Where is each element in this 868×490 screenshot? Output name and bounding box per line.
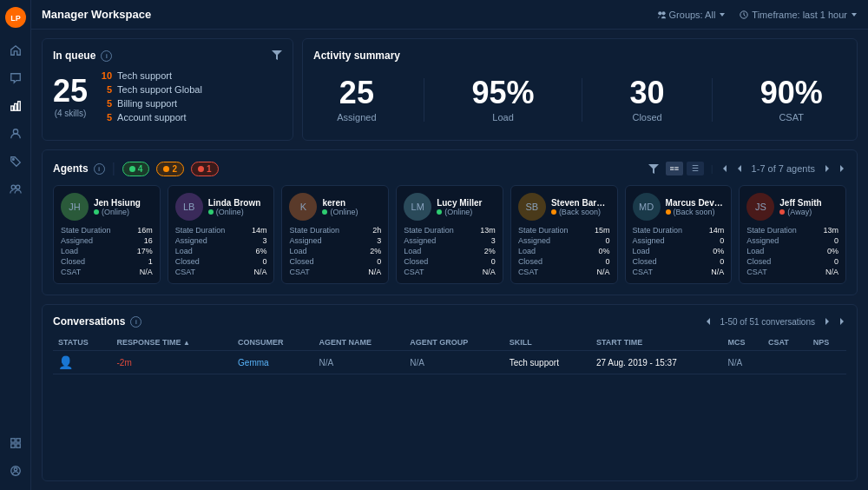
- col-response-time[interactable]: RESPONSE TIME ▲: [112, 334, 233, 351]
- online-dot: [129, 166, 135, 172]
- agent-card: LM Lucy Miller (Online) State Duration13…: [396, 185, 503, 284]
- conv-next-icon[interactable]: [822, 317, 831, 326]
- page-title: Manager Workspace: [42, 8, 151, 21]
- stat-row: State Duration13m: [404, 226, 496, 235]
- avatar: JH: [61, 193, 89, 221]
- chart-icon[interactable]: [3, 94, 28, 118]
- conversations-panel: Conversations i 1-50 of 51 conversations…: [42, 304, 858, 481]
- conv-last-icon[interactable]: [838, 317, 846, 326]
- home-icon[interactable]: [3, 38, 28, 63]
- status-dot: [322, 209, 327, 215]
- in-queue-info-icon[interactable]: i: [101, 50, 112, 62]
- badge-back-soon[interactable]: 2: [156, 162, 184, 176]
- agent-info: Jeff Smith (Away): [779, 198, 838, 216]
- prev-page-icon[interactable]: [720, 164, 729, 173]
- stat-divider: [424, 78, 424, 122]
- conv-info-icon[interactable]: i: [130, 316, 141, 328]
- stat-row: Assigned0: [633, 236, 725, 245]
- stat-row: Closed0: [746, 257, 838, 266]
- col-agent-group: AGENT GROUP: [404, 334, 503, 351]
- status-dot: [779, 209, 785, 215]
- status-dot: [437, 209, 442, 215]
- svg-point-16: [661, 11, 665, 15]
- stat-row: Closed0: [289, 257, 381, 266]
- next-page-icon[interactable]: [838, 164, 846, 173]
- svg-point-5: [13, 129, 17, 134]
- svg-point-14: [14, 468, 17, 472]
- skill-row: 5 Tech support Global: [98, 84, 282, 95]
- in-queue-header: In queue i: [53, 50, 282, 62]
- stat-row: Load0%: [746, 247, 838, 255]
- agent-card-header: SB Steven Barber (Back soon): [518, 193, 610, 221]
- cell-nps: [808, 351, 846, 374]
- agent-card-header: MD Marcus Devon (Back soon): [633, 193, 725, 221]
- svg-point-15: [658, 11, 661, 15]
- cell-start-time: 27 Aug. 2019 - 15:37: [591, 351, 723, 374]
- svg-rect-2: [10, 106, 13, 110]
- agent-info: Steven Barber (Back soon): [551, 198, 610, 216]
- agent-card-header: LM Lucy Miller (Online): [404, 193, 496, 221]
- stat-row: Assigned16: [61, 236, 153, 245]
- agent-card: SB Steven Barber (Back soon) State Durat…: [510, 185, 618, 284]
- skill-row: 5 Billing support: [98, 98, 282, 109]
- groups-selector[interactable]: Groups: All: [657, 10, 727, 20]
- stat-row: State Duration2h: [289, 226, 381, 235]
- agent-info: Jen Hsiung (Online): [94, 198, 153, 216]
- stat-row: Load2%: [404, 247, 496, 255]
- avatar: LM: [404, 193, 431, 221]
- group-icon[interactable]: [3, 177, 28, 202]
- svg-text:LP: LP: [10, 14, 21, 23]
- conversations-title: Conversations i: [53, 315, 141, 328]
- agent-info: Lucy Miller (Online): [437, 198, 496, 216]
- agent-stats: State Duration14m Assigned3 Load6% Close…: [175, 226, 267, 276]
- stat-assigned: 25 Assigned: [337, 77, 376, 122]
- svg-rect-4: [17, 102, 20, 111]
- user-circle-icon[interactable]: [3, 459, 28, 483]
- filter-icon[interactable]: [272, 50, 282, 62]
- stat-row: Closed0: [404, 257, 496, 266]
- col-skill: SKILL: [504, 334, 591, 351]
- people-icon[interactable]: [3, 122, 28, 146]
- cell-skill: Tech support: [504, 351, 591, 374]
- stat-row: Assigned3: [404, 236, 496, 245]
- cell-consumer[interactable]: Gemma: [233, 351, 313, 374]
- agent-card-header: JH Jen Hsiung (Online): [61, 193, 153, 221]
- agent-stats: State Duration13m Assigned3 Load2% Close…: [404, 226, 496, 276]
- card-view-icon[interactable]: ≡≡: [666, 162, 683, 175]
- agent-cards: JH Jen Hsiung (Online) State Duration16m…: [53, 185, 846, 284]
- agent-status: (Online): [322, 208, 381, 216]
- svg-rect-10: [16, 439, 19, 442]
- stat-row: State Duration14m: [175, 226, 267, 235]
- cell-csat: [763, 351, 808, 374]
- svg-rect-9: [10, 439, 14, 442]
- agents-filter-icon[interactable]: [648, 163, 659, 175]
- skill-row: 10 Tech support: [98, 70, 282, 81]
- agent-stats: State Duration16m Assigned16 Load17% Clo…: [61, 226, 153, 276]
- conv-prev-icon[interactable]: [704, 317, 713, 326]
- svg-rect-11: [10, 444, 14, 447]
- svg-point-6: [12, 159, 14, 161]
- badge-away[interactable]: 1: [191, 162, 219, 176]
- chat-icon[interactable]: [3, 66, 28, 90]
- tag-icon[interactable]: [3, 149, 28, 174]
- stat-csat: 90% CSAT: [760, 77, 823, 122]
- agents-title: Agents i: [53, 162, 105, 175]
- in-queue-body: 25 (4 skills) 10 Tech support 5 Tech sup…: [53, 70, 282, 122]
- col-status: STATUS: [53, 334, 112, 351]
- agent-info: Linda Brown (Online): [208, 198, 267, 216]
- stat-row: CSATN/A: [518, 268, 610, 276]
- stat-row: Load0%: [633, 247, 725, 255]
- activity-stats: 25 Assigned 95% Load 30 Closed: [313, 70, 846, 129]
- top-panels: In queue i 25 (4 skills) 10 Tech support: [42, 38, 858, 141]
- agents-info-icon[interactable]: i: [94, 163, 105, 175]
- badge-online[interactable]: 4: [122, 162, 150, 176]
- next-icon[interactable]: [822, 164, 831, 173]
- main-content: Manager Workspace Groups: All Timeframe:…: [31, 0, 868, 490]
- grid-icon[interactable]: [3, 431, 28, 455]
- timeframe-selector[interactable]: Timeframe: last 1 hour: [740, 10, 858, 20]
- avatar: SB: [518, 193, 546, 221]
- stat-row: CSATN/A: [746, 268, 838, 276]
- prev-icon[interactable]: [736, 164, 745, 173]
- list-view-icon[interactable]: ☰: [687, 162, 704, 175]
- stat-row: Assigned3: [289, 236, 381, 245]
